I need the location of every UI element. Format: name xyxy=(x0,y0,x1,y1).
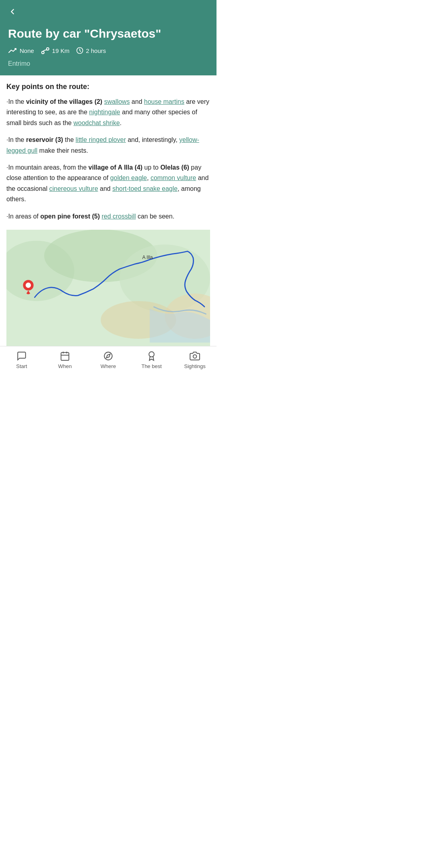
svg-point-18 xyxy=(149,352,154,357)
distance-value: 19 Km xyxy=(52,47,69,54)
camera-icon xyxy=(189,350,200,362)
point-4-text: ·In areas of open pine forest (5) red cr… xyxy=(6,211,210,222)
little-ringed-plover-link[interactable]: little ringed plover xyxy=(76,136,126,143)
golden-eagle-link[interactable]: golden eagle xyxy=(110,174,147,181)
back-button[interactable] xyxy=(8,7,17,18)
route-title: Route by car "Chrysaetos" xyxy=(8,26,208,41)
nav-when[interactable]: When xyxy=(43,350,87,369)
clock-icon xyxy=(76,47,84,55)
calendar-icon xyxy=(59,350,71,362)
nightingale-link[interactable]: nightingale xyxy=(89,109,120,115)
point-3: ·In mountain areas, from the village of … xyxy=(6,162,210,205)
main-content: Key points on the route: ·In the vicinit… xyxy=(0,75,216,346)
route-meta: None 19 Km 2 hours xyxy=(8,47,208,55)
house-martins-link[interactable]: house martins xyxy=(144,98,184,105)
nav-start[interactable]: Start xyxy=(0,350,43,369)
point-2: ·In the reservoir (3) the little ringed … xyxy=(6,135,210,156)
svg-marker-17 xyxy=(106,354,110,358)
distance-meta: 19 Km xyxy=(40,47,69,54)
nav-sightings-label: Sightings xyxy=(184,363,205,369)
nav-where-label: Where xyxy=(101,363,116,369)
key-points: ·In the vicinity of the villages (2) swa… xyxy=(6,97,210,222)
duration-value: 2 hours xyxy=(86,47,106,54)
cinereous-vulture-link[interactable]: cinereous vulture xyxy=(49,185,98,192)
header: Route by car "Chrysaetos" None 19 Km xyxy=(0,0,216,75)
svg-point-16 xyxy=(104,352,112,360)
common-vulture-link[interactable]: common vulture xyxy=(150,174,196,181)
svg-text:A Illa: A Illa xyxy=(142,254,153,260)
point-4: ·In areas of open pine forest (5) red cr… xyxy=(6,211,210,222)
compass-icon xyxy=(103,350,114,362)
point-1-text: ·In the vicinity of the villages (2) swa… xyxy=(6,97,210,128)
short-toed-snake-eagle-link[interactable]: short-toed snake eagle xyxy=(112,185,178,192)
difficulty-icon xyxy=(8,47,18,54)
nav-where[interactable]: Where xyxy=(87,350,130,369)
red-crossbill-link[interactable]: red crossbill xyxy=(101,213,136,220)
nav-the-best-label: The best xyxy=(142,363,162,369)
point-3-text: ·In mountain areas, from the village of … xyxy=(6,162,210,205)
svg-point-19 xyxy=(193,355,197,358)
bottom-navigation: Start When Where The be xyxy=(0,346,216,375)
difficulty-value: None xyxy=(20,47,34,54)
svg-point-11 xyxy=(26,283,31,288)
point-2-text: ·In the reservoir (3) the little ringed … xyxy=(6,135,210,156)
nav-the-best[interactable]: The best xyxy=(130,350,173,369)
route-map[interactable]: A Illa xyxy=(6,230,210,346)
nav-start-label: Start xyxy=(16,363,27,369)
route-icon xyxy=(40,47,50,54)
duration-meta: 2 hours xyxy=(76,47,106,55)
nav-sightings[interactable]: Sightings xyxy=(173,350,216,369)
difficulty-meta: None xyxy=(8,47,34,54)
location-tag: Entrimo xyxy=(8,60,208,67)
chat-icon xyxy=(16,350,27,362)
woodchat-shrike-link[interactable]: woodchat shrike xyxy=(73,119,120,126)
section-title: Key points on the route: xyxy=(6,83,210,91)
nav-when-label: When xyxy=(58,363,72,369)
swallows-link[interactable]: swallows xyxy=(104,98,130,105)
award-icon xyxy=(146,350,157,362)
map-svg: A Illa xyxy=(6,230,210,346)
svg-rect-12 xyxy=(61,352,69,360)
point-1: ·In the vicinity of the villages (2) swa… xyxy=(6,97,210,128)
